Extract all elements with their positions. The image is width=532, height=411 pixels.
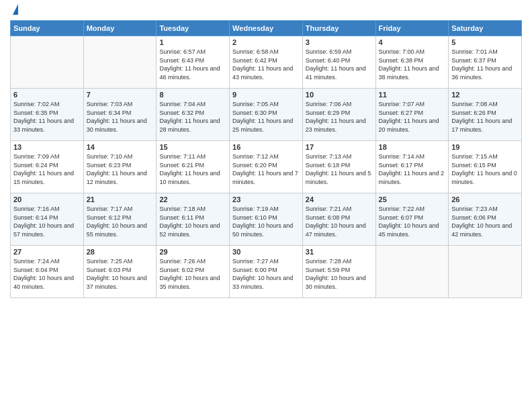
calendar-cell [375,246,449,298]
logo [10,7,18,15]
day-number: 27 [13,248,81,256]
day-detail: Sunrise: 7:05 AM Sunset: 6:30 PM Dayligh… [232,100,300,134]
day-detail: Sunrise: 7:03 AM Sunset: 6:34 PM Dayligh… [87,100,154,134]
day-number: 6 [13,91,81,99]
calendar-cell: 13Sunrise: 7:09 AM Sunset: 6:24 PM Dayli… [11,141,84,193]
day-number: 17 [306,143,373,151]
calendar-cell: 30Sunrise: 7:27 AM Sunset: 6:00 PM Dayli… [230,246,303,298]
day-number: 15 [159,143,226,151]
day-number: 16 [232,143,300,151]
day-detail: Sunrise: 7:08 AM Sunset: 6:26 PM Dayligh… [451,100,519,134]
calendar-cell: 3Sunrise: 6:59 AM Sunset: 6:40 PM Daylig… [302,36,375,89]
calendar-cell: 10Sunrise: 7:06 AM Sunset: 6:29 PM Dayli… [302,89,375,141]
day-detail: Sunrise: 6:59 AM Sunset: 6:40 PM Dayligh… [306,48,373,81]
calendar-cell: 5Sunrise: 7:01 AM Sunset: 6:37 PM Daylig… [449,36,522,89]
calendar-cell: 21Sunrise: 7:17 AM Sunset: 6:12 PM Dayli… [83,193,157,246]
col-header-saturday: Saturday [449,21,522,36]
day-detail: Sunrise: 7:26 AM Sunset: 6:02 PM Dayligh… [159,257,226,291]
week-row-2: 13Sunrise: 7:09 AM Sunset: 6:24 PM Dayli… [11,141,522,193]
calendar-cell: 4Sunrise: 7:00 AM Sunset: 6:38 PM Daylig… [375,36,449,89]
calendar-cell: 31Sunrise: 7:28 AM Sunset: 5:59 PM Dayli… [302,246,375,298]
day-detail: Sunrise: 7:10 AM Sunset: 6:23 PM Dayligh… [87,152,154,186]
calendar-cell: 25Sunrise: 7:22 AM Sunset: 6:07 PM Dayli… [375,193,449,246]
day-number: 20 [13,195,81,203]
calendar-cell: 6Sunrise: 7:02 AM Sunset: 6:35 PM Daylig… [11,89,84,141]
day-number: 21 [87,195,154,203]
day-number: 9 [232,91,300,99]
day-detail: Sunrise: 7:04 AM Sunset: 6:32 PM Dayligh… [159,100,226,134]
day-number: 23 [232,195,300,203]
day-number: 14 [87,143,154,151]
header-row: SundayMondayTuesdayWednesdayThursdayFrid… [11,21,522,36]
logo-triangle-icon [13,4,18,15]
day-detail: Sunrise: 7:24 AM Sunset: 6:04 PM Dayligh… [13,257,81,291]
week-row-1: 6Sunrise: 7:02 AM Sunset: 6:35 PM Daylig… [11,89,522,141]
day-detail: Sunrise: 7:25 AM Sunset: 6:03 PM Dayligh… [87,257,154,291]
day-detail: Sunrise: 7:14 AM Sunset: 6:17 PM Dayligh… [379,152,446,186]
calendar-cell: 1Sunrise: 6:57 AM Sunset: 6:43 PM Daylig… [157,36,230,89]
day-number: 5 [451,38,519,46]
day-detail: Sunrise: 7:02 AM Sunset: 6:35 PM Dayligh… [13,100,81,134]
calendar-cell [83,36,157,89]
calendar-cell: 16Sunrise: 7:12 AM Sunset: 6:20 PM Dayli… [230,141,303,193]
day-detail: Sunrise: 7:18 AM Sunset: 6:11 PM Dayligh… [159,205,226,238]
day-number: 3 [306,38,373,46]
col-header-friday: Friday [375,21,449,36]
day-number: 24 [306,195,373,203]
day-detail: Sunrise: 7:13 AM Sunset: 6:18 PM Dayligh… [306,152,373,186]
calendar-cell: 17Sunrise: 7:13 AM Sunset: 6:18 PM Dayli… [302,141,375,193]
page: SundayMondayTuesdayWednesdayThursdayFrid… [0,0,532,411]
day-number: 7 [87,91,154,99]
day-detail: Sunrise: 7:00 AM Sunset: 6:38 PM Dayligh… [379,48,446,81]
calendar-cell: 26Sunrise: 7:23 AM Sunset: 6:06 PM Dayli… [449,193,522,246]
day-number: 28 [87,248,154,256]
day-detail: Sunrise: 7:12 AM Sunset: 6:20 PM Dayligh… [232,152,300,186]
calendar-cell: 27Sunrise: 7:24 AM Sunset: 6:04 PM Dayli… [11,246,84,298]
calendar-cell: 15Sunrise: 7:11 AM Sunset: 6:21 PM Dayli… [157,141,230,193]
day-detail: Sunrise: 7:21 AM Sunset: 6:08 PM Dayligh… [306,205,373,238]
day-detail: Sunrise: 6:58 AM Sunset: 6:42 PM Dayligh… [232,48,300,81]
day-number: 19 [451,143,519,151]
day-number: 1 [159,38,226,46]
day-detail: Sunrise: 7:23 AM Sunset: 6:06 PM Dayligh… [451,205,519,238]
calendar-cell: 23Sunrise: 7:19 AM Sunset: 6:10 PM Dayli… [230,193,303,246]
day-detail: Sunrise: 7:11 AM Sunset: 6:21 PM Dayligh… [159,152,226,186]
calendar-cell: 28Sunrise: 7:25 AM Sunset: 6:03 PM Dayli… [83,246,157,298]
day-detail: Sunrise: 7:16 AM Sunset: 6:14 PM Dayligh… [13,205,81,238]
day-number: 2 [232,38,300,46]
day-number: 10 [306,91,373,99]
day-detail: Sunrise: 7:09 AM Sunset: 6:24 PM Dayligh… [13,152,81,186]
calendar-table: SundayMondayTuesdayWednesdayThursdayFrid… [10,20,522,298]
day-number: 29 [159,248,226,256]
col-header-wednesday: Wednesday [230,21,303,36]
day-detail: Sunrise: 7:06 AM Sunset: 6:29 PM Dayligh… [306,100,373,134]
week-row-4: 27Sunrise: 7:24 AM Sunset: 6:04 PM Dayli… [11,246,522,298]
week-row-0: 1Sunrise: 6:57 AM Sunset: 6:43 PM Daylig… [11,36,522,89]
week-row-3: 20Sunrise: 7:16 AM Sunset: 6:14 PM Dayli… [11,193,522,246]
day-number: 25 [379,195,446,203]
day-number: 31 [306,248,373,256]
day-detail: Sunrise: 7:17 AM Sunset: 6:12 PM Dayligh… [87,205,154,238]
day-detail: Sunrise: 7:28 AM Sunset: 5:59 PM Dayligh… [306,257,373,291]
day-number: 30 [232,248,300,256]
day-detail: Sunrise: 7:27 AM Sunset: 6:00 PM Dayligh… [232,257,300,291]
calendar-cell: 20Sunrise: 7:16 AM Sunset: 6:14 PM Dayli… [11,193,84,246]
calendar-cell: 9Sunrise: 7:05 AM Sunset: 6:30 PM Daylig… [230,89,303,141]
calendar-cell: 29Sunrise: 7:26 AM Sunset: 6:02 PM Dayli… [157,246,230,298]
calendar-cell: 11Sunrise: 7:07 AM Sunset: 6:27 PM Dayli… [375,89,449,141]
day-detail: Sunrise: 7:22 AM Sunset: 6:07 PM Dayligh… [379,205,446,238]
day-number: 12 [451,91,519,99]
day-number: 13 [13,143,81,151]
calendar-cell: 24Sunrise: 7:21 AM Sunset: 6:08 PM Dayli… [302,193,375,246]
col-header-monday: Monday [83,21,157,36]
day-number: 18 [379,143,446,151]
calendar-cell [449,246,522,298]
day-detail: Sunrise: 7:01 AM Sunset: 6:37 PM Dayligh… [451,48,519,81]
day-number: 8 [159,91,226,99]
day-number: 4 [379,38,446,46]
calendar-cell: 7Sunrise: 7:03 AM Sunset: 6:34 PM Daylig… [83,89,157,141]
calendar-cell: 2Sunrise: 6:58 AM Sunset: 6:42 PM Daylig… [230,36,303,89]
day-number: 22 [159,195,226,203]
day-detail: Sunrise: 7:19 AM Sunset: 6:10 PM Dayligh… [232,205,300,238]
day-detail: Sunrise: 7:15 AM Sunset: 6:15 PM Dayligh… [451,152,519,186]
